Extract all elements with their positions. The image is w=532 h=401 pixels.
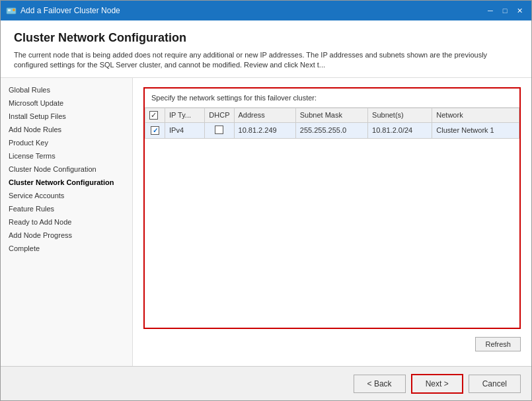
sidebar-item-ready-to-add[interactable]: Ready to Add Node xyxy=(1,215,132,229)
cancel-button[interactable]: Cancel xyxy=(469,375,521,393)
refresh-area: Refresh xyxy=(143,332,521,357)
footer: < Back Next > Cancel xyxy=(1,366,531,400)
row-address: 10.81.2.249 xyxy=(234,122,295,138)
row-subnets: 10.81.2.0/24 xyxy=(368,122,432,138)
row-network: Cluster Network 1 xyxy=(432,122,519,138)
network-box-header: Specify the network settings for this fa… xyxy=(145,89,519,108)
svg-point-2 xyxy=(13,9,15,11)
row-checkbox-cell xyxy=(145,122,165,138)
col-header-subnet-mask: Subnet Mask xyxy=(295,108,367,122)
main-content: Specify the network settings for this fa… xyxy=(133,78,531,366)
network-box: Specify the network settings for this fa… xyxy=(143,87,521,329)
col-header-checkbox: ✓ xyxy=(145,108,165,122)
sidebar-item-license-terms[interactable]: License Terms xyxy=(1,149,132,163)
col-header-address: Address xyxy=(234,108,295,122)
window-icon xyxy=(6,5,17,16)
network-table: ✓ IP Ty... DHCP Address Subnet Mask Subn… xyxy=(145,108,519,139)
col-header-subnets: Subnet(s) xyxy=(368,108,432,122)
close-button[interactable]: ✕ xyxy=(513,5,526,17)
row-subnet-mask: 255.255.255.0 xyxy=(295,122,367,138)
page-header: Cluster Network Configuration The curren… xyxy=(1,20,531,78)
sidebar-item-add-node-rules[interactable]: Add Node Rules xyxy=(1,123,132,136)
table-container: ✓ IP Ty... DHCP Address Subnet Mask Subn… xyxy=(145,108,519,328)
svg-rect-1 xyxy=(8,9,11,11)
title-bar: Add a Failover Cluster Node ─ □ ✕ xyxy=(1,1,531,20)
sidebar: Global Rules Microsoft Update Install Se… xyxy=(1,78,133,366)
col-header-network: Network xyxy=(432,108,519,122)
sidebar-item-add-node-progress[interactable]: Add Node Progress xyxy=(1,229,132,242)
sidebar-item-complete[interactable]: Complete xyxy=(1,242,132,255)
sidebar-item-service-accounts[interactable]: Service Accounts xyxy=(1,189,132,202)
window-title: Add a Failover Cluster Node xyxy=(20,6,120,15)
table-header-row: ✓ IP Ty... DHCP Address Subnet Mask Subn… xyxy=(145,108,519,122)
row-checkbox[interactable] xyxy=(151,126,159,135)
sidebar-item-feature-rules[interactable]: Feature Rules xyxy=(1,202,132,215)
next-button[interactable]: Next > xyxy=(411,374,463,394)
minimize-button[interactable]: ─ xyxy=(484,5,497,17)
title-bar-left: Add a Failover Cluster Node xyxy=(6,5,120,16)
sidebar-item-product-key[interactable]: Product Key xyxy=(1,136,132,149)
header-checkbox[interactable]: ✓ xyxy=(149,111,158,120)
row-dhcp-checkbox[interactable] xyxy=(215,126,223,134)
main-window: Add a Failover Cluster Node ─ □ ✕ Cluste… xyxy=(0,0,532,401)
col-header-dhcp: DHCP xyxy=(205,108,234,122)
sidebar-item-microsoft-update[interactable]: Microsoft Update xyxy=(1,96,132,110)
sidebar-item-install-setup-files[interactable]: Install Setup Files xyxy=(1,110,132,123)
col-header-ip-type: IP Ty... xyxy=(165,108,205,122)
table-row: IPv4 10.81.2.249 255.255.255.0 10.81.2.0… xyxy=(145,122,519,138)
title-bar-controls: ─ □ ✕ xyxy=(484,5,526,17)
content-area: Global Rules Microsoft Update Install Se… xyxy=(1,78,531,366)
back-button[interactable]: < Back xyxy=(354,375,406,393)
refresh-button[interactable]: Refresh xyxy=(475,337,521,351)
header-checkmark: ✓ xyxy=(151,111,157,120)
page-title: Cluster Network Configuration xyxy=(14,31,518,45)
row-ip-type: IPv4 xyxy=(165,122,205,138)
sidebar-item-cluster-node-config[interactable]: Cluster Node Configuration xyxy=(1,163,132,176)
row-dhcp-cell xyxy=(205,122,234,138)
sidebar-item-global-rules[interactable]: Global Rules xyxy=(1,83,132,96)
page-description: The current node that is being added doe… xyxy=(14,50,518,71)
maximize-button[interactable]: □ xyxy=(498,5,512,17)
sidebar-item-cluster-network-config[interactable]: Cluster Network Configuration xyxy=(1,176,132,189)
